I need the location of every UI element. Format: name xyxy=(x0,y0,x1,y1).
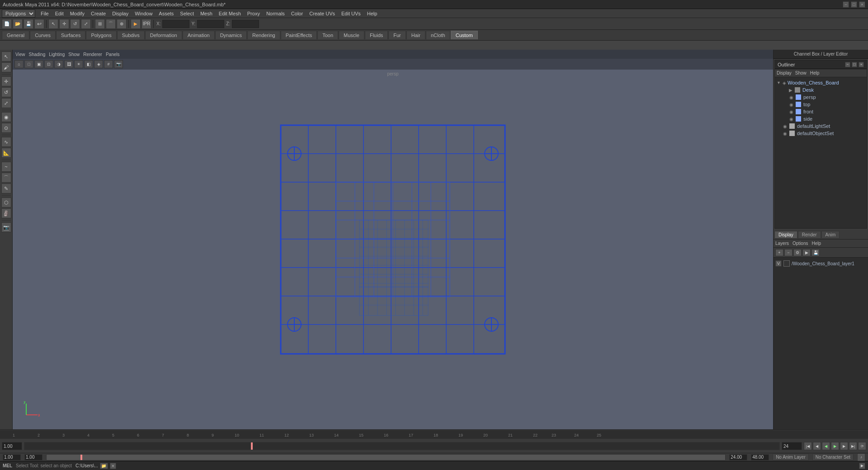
x-input[interactable] xyxy=(162,20,189,28)
end-time-input[interactable] xyxy=(782,442,802,450)
next-frame-btn[interactable]: ▶ xyxy=(840,442,848,450)
tab-animation[interactable]: Animation xyxy=(183,31,215,39)
vp-textured[interactable]: 🖼 xyxy=(64,60,73,68)
undo-button[interactable]: ↩ xyxy=(34,19,44,29)
menu-normals[interactable]: Normals xyxy=(264,10,288,17)
render-button[interactable]: ▶ xyxy=(131,19,141,29)
audio-btn[interactable]: ♪ xyxy=(857,453,865,461)
poly-create-tool[interactable]: ⬡ xyxy=(1,197,11,207)
tree-item-desk[interactable]: ▶ Desk xyxy=(775,86,867,94)
vp-lighting-btn[interactable]: ☀ xyxy=(74,60,83,68)
menu-select[interactable]: Select xyxy=(177,10,197,17)
viewport-menu-shading[interactable]: Shading xyxy=(29,52,46,57)
sculpt-tool[interactable]: 🗿 xyxy=(1,208,11,218)
ipr-button[interactable]: IPR xyxy=(142,19,151,29)
layer-render-btn[interactable]: ▶ xyxy=(802,249,811,256)
menu-display[interactable]: Display xyxy=(109,10,131,17)
viewport-menu-view[interactable]: View xyxy=(15,52,25,57)
tab-rendering[interactable]: Rendering xyxy=(247,31,280,39)
tree-item-side[interactable]: ◉ side xyxy=(775,115,867,122)
open-scene-button[interactable]: 📂 xyxy=(13,19,23,29)
mode-selector[interactable]: Polygons xyxy=(2,9,35,18)
move-tool-lt[interactable]: ✛ xyxy=(1,76,11,86)
character-set-selector[interactable]: No Character Set xyxy=(812,454,854,461)
pencil-tool[interactable]: ✎ xyxy=(1,183,11,193)
vp-camera-attrs[interactable]: 📷 xyxy=(114,60,123,68)
viewport[interactable]: View Shading Lighting Show Renderer Pane… xyxy=(13,50,773,429)
range-start-input[interactable] xyxy=(3,454,21,461)
delete-layer-btn[interactable]: − xyxy=(784,249,793,256)
current-time-input[interactable] xyxy=(2,442,22,450)
prev-frame-btn[interactable]: ◀ xyxy=(813,442,821,450)
rotate-tool-lt[interactable]: ↺ xyxy=(1,87,11,97)
vp-frame-all[interactable]: □ xyxy=(24,60,33,68)
tree-item-persp[interactable]: ◉ persp xyxy=(775,94,867,101)
tree-item-top[interactable]: ◉ top xyxy=(775,101,867,108)
z-input[interactable] xyxy=(232,20,259,28)
layer-options-btn[interactable]: ⚙ xyxy=(793,249,802,256)
tree-item-defaultlightset[interactable]: ◉ defaultLightSet xyxy=(775,122,867,130)
outliner-close[interactable]: × xyxy=(859,62,864,67)
menu-edit[interactable]: Edit xyxy=(52,10,66,17)
layer-item-chess[interactable]: V /Wooden_Chess_Board_layer1 xyxy=(775,259,866,268)
layer-visibility-toggle[interactable]: V xyxy=(775,260,782,267)
snap-point-button[interactable]: ⊕ xyxy=(117,19,127,29)
new-layer-btn[interactable]: + xyxy=(775,249,783,256)
lasso-tool[interactable]: ∿ xyxy=(1,137,11,147)
viewport-menu-show[interactable]: Show xyxy=(68,52,80,57)
timeline-bar[interactable] xyxy=(24,442,780,450)
show-manip-tool[interactable]: ⊙ xyxy=(1,123,11,133)
cmd-scroll-btn[interactable]: ▶ xyxy=(859,463,865,469)
tree-item-front[interactable]: ◉ front xyxy=(775,108,867,115)
translate-tool-button[interactable]: ✛ xyxy=(59,19,69,29)
menu-help[interactable]: Help xyxy=(364,10,380,17)
snap-curve-button[interactable]: ⌒ xyxy=(106,19,116,29)
paint-select-tool[interactable]: 🖌 xyxy=(1,62,11,72)
camera-tool[interactable]: 📷 xyxy=(1,222,11,232)
vp-smooth-shade[interactable]: ◑ xyxy=(54,60,63,68)
viewport-menu-panels[interactable]: Panels xyxy=(106,52,120,57)
outliner-maximize[interactable]: □ xyxy=(852,62,857,67)
window-controls[interactable]: − □ × xyxy=(843,1,865,8)
tab-deformation[interactable]: Deformation xyxy=(145,31,182,39)
anim-layer-selector[interactable]: No Anim Layer xyxy=(773,454,809,461)
menu-edit-uvs[interactable]: Edit UVs xyxy=(339,10,363,17)
tab-fluids[interactable]: Fluids xyxy=(365,31,388,39)
layer-options[interactable]: Options xyxy=(793,241,808,246)
vp-frame-sel[interactable]: ▣ xyxy=(34,60,43,68)
layer-tab-render[interactable]: Render xyxy=(798,231,821,239)
menu-mesh[interactable]: Mesh xyxy=(198,10,215,17)
tab-polygons[interactable]: Polygons xyxy=(86,31,116,39)
curve-tool[interactable]: ~ xyxy=(1,162,11,172)
vp-xray[interactable]: ◈ xyxy=(94,60,103,68)
tab-dynamics[interactable]: Dynamics xyxy=(215,31,247,39)
tab-curves[interactable]: Curves xyxy=(30,31,56,39)
measure-tool[interactable]: 📐 xyxy=(1,148,11,158)
menu-create[interactable]: Create xyxy=(88,10,108,17)
tree-item-wooden-chess-board[interactable]: ▼ ◈ Wooden_Chess_Board xyxy=(775,79,867,86)
tab-general[interactable]: General xyxy=(2,31,29,39)
y-input[interactable] xyxy=(197,20,224,28)
tree-item-defaultobjectset[interactable]: ◉ defaultObjectSet xyxy=(775,130,867,137)
select-tool-button[interactable]: ↖ xyxy=(48,19,58,29)
tab-muscle[interactable]: Muscle xyxy=(339,31,364,39)
scale-tool-button[interactable]: ⤢ xyxy=(81,19,91,29)
menu-color[interactable]: Color xyxy=(288,10,306,17)
tab-ncloth[interactable]: nCloth xyxy=(426,31,450,39)
menu-modify[interactable]: Modify xyxy=(67,10,87,17)
range-bar[interactable] xyxy=(46,454,726,461)
menu-proxy[interactable]: Proxy xyxy=(245,10,263,17)
layer-tab-anim[interactable]: Anim xyxy=(821,231,840,239)
tab-subdivs[interactable]: Subdivs xyxy=(117,31,145,39)
outliner-minimize[interactable]: − xyxy=(845,62,850,67)
layer-tab-display[interactable]: Display xyxy=(774,231,797,239)
tab-hair[interactable]: Hair xyxy=(406,31,425,39)
menu-window[interactable]: Window xyxy=(132,10,155,17)
select-tool-lt[interactable]: ↖ xyxy=(1,52,11,61)
play-back-btn[interactable]: ◀ xyxy=(822,442,830,450)
layer-layers[interactable]: Layers xyxy=(775,241,789,246)
range-current-input[interactable] xyxy=(24,454,42,461)
rotate-tool-button[interactable]: ↺ xyxy=(70,19,80,29)
tab-surfaces[interactable]: Surfaces xyxy=(56,31,85,39)
play-fwd-btn[interactable]: ▶ xyxy=(831,442,839,450)
